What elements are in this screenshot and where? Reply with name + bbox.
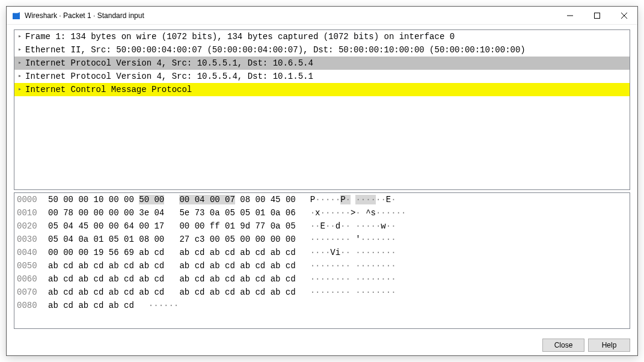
protocol-tree-label: Internet Protocol Version 4, Src: 10.5.5… — [24, 70, 313, 83]
titlebar: Wireshark · Packet 1 · Standard input — [7, 7, 637, 25]
hex-ascii: P·····P· ······E· — [296, 193, 396, 206]
hex-row[interactable]: 000050 00 00 10 00 00 50 00 00 04 00 07 … — [14, 193, 630, 206]
hex-ascii: ·x······>· ^s······ — [296, 206, 406, 219]
close-window-button[interactable] — [610, 7, 637, 24]
hex-row[interactable]: 002005 04 45 00 00 64 00 17 00 00 ff 01 … — [14, 219, 630, 233]
protocol-tree-row[interactable]: ▸Internet Protocol Version 4, Src: 10.5.… — [14, 57, 630, 70]
hex-row[interactable]: 0060ab cd ab cd ab cd ab cd ab cd ab cd … — [14, 272, 630, 286]
help-button[interactable]: Help — [588, 339, 630, 352]
hex-ascii: ··E··d·· ·····w·· — [296, 219, 396, 233]
window-title: Wireshark · Packet 1 · Standard input — [25, 11, 556, 20]
hex-bytes: 50 00 00 10 00 00 50 00 00 04 00 07 08 0… — [48, 193, 296, 206]
wireshark-fin-icon — [11, 11, 21, 20]
chevron-right-icon[interactable]: ▸ — [16, 43, 24, 57]
window-buttons — [556, 7, 637, 24]
hex-offset: 0010 — [17, 206, 48, 219]
hex-offset: 0070 — [17, 286, 48, 299]
protocol-tree-label: Frame 1: 134 bytes on wire (1072 bits), … — [24, 30, 455, 43]
protocol-tree-row[interactable]: ▸Frame 1: 134 bytes on wire (1072 bits),… — [14, 30, 630, 43]
protocol-tree-label: Ethernet II, Src: 50:00:00:04:00:07 (50:… — [24, 43, 526, 57]
hex-offset: 0020 — [17, 219, 48, 233]
protocol-tree-label: Internet Protocol Version 4, Src: 10.5.5… — [24, 57, 313, 70]
hex-offset: 0080 — [17, 299, 48, 312]
hex-bytes: ab cd ab cd ab cd ab cd ab cd ab cd ab c… — [48, 286, 296, 299]
content-area: ▸Frame 1: 134 bytes on wire (1072 bits),… — [7, 25, 637, 335]
hex-ascii: ········ ········ — [296, 272, 396, 286]
hex-bytes: 05 04 0a 01 05 01 08 00 27 c3 00 05 00 0… — [48, 233, 296, 246]
hex-ascii: ········ ········ — [296, 286, 396, 299]
hex-ascii: ········ '······· — [296, 233, 396, 246]
hex-ascii: ····Vi·· ········ — [296, 246, 396, 259]
protocol-tree-row[interactable]: ▸Internet Control Message Protocol — [14, 83, 630, 96]
hex-bytes: 00 00 00 19 56 69 ab cd ab cd ab cd ab c… — [48, 246, 296, 259]
hex-dump-pane[interactable]: 000050 00 00 10 00 00 50 00 00 04 00 07 … — [14, 192, 630, 329]
hex-bytes: ab cd ab cd ab cd — [48, 299, 134, 312]
protocol-tree-pane[interactable]: ▸Frame 1: 134 bytes on wire (1072 bits),… — [14, 29, 630, 190]
hex-row[interactable]: 004000 00 00 19 56 69 ab cd ab cd ab cd … — [14, 246, 630, 259]
protocol-tree-label: Internet Control Message Protocol — [24, 83, 192, 96]
hex-ascii: ······ — [134, 299, 179, 312]
hex-offset: 0050 — [17, 259, 48, 272]
wireshark-packet-window: Wireshark · Packet 1 · Standard input ▸F… — [6, 6, 638, 356]
hex-bytes: ab cd ab cd ab cd ab cd ab cd ab cd ab c… — [48, 272, 296, 286]
hex-row[interactable]: 003005 04 0a 01 05 01 08 00 27 c3 00 05 … — [14, 233, 630, 246]
hex-row[interactable]: 0050ab cd ab cd ab cd ab cd ab cd ab cd … — [14, 259, 630, 272]
protocol-tree-row[interactable]: ▸Internet Protocol Version 4, Src: 10.5.… — [14, 70, 630, 83]
protocol-tree-row[interactable]: ▸Ethernet II, Src: 50:00:00:04:00:07 (50… — [14, 43, 630, 57]
hex-row[interactable]: 0070ab cd ab cd ab cd ab cd ab cd ab cd … — [14, 286, 630, 299]
hex-offset: 0030 — [17, 233, 48, 246]
minimize-button[interactable] — [556, 7, 583, 24]
hex-offset: 0000 — [17, 193, 48, 206]
footer-bar: Close Help — [7, 335, 637, 355]
hex-offset: 0060 — [17, 272, 48, 286]
chevron-right-icon[interactable]: ▸ — [16, 30, 24, 43]
hex-bytes: 00 78 00 00 00 00 3e 04 5e 73 0a 05 05 0… — [48, 206, 296, 219]
maximize-button[interactable] — [583, 7, 610, 24]
chevron-right-icon[interactable]: ▸ — [16, 70, 24, 83]
hex-row[interactable]: 0080ab cd ab cd ab cd······ — [14, 299, 630, 312]
hex-ascii: ········ ········ — [296, 259, 396, 272]
chevron-right-icon[interactable]: ▸ — [16, 83, 24, 96]
hex-bytes: ab cd ab cd ab cd ab cd ab cd ab cd ab c… — [48, 259, 296, 272]
hex-offset: 0040 — [17, 246, 48, 259]
chevron-right-icon[interactable]: ▸ — [16, 57, 24, 70]
svg-rect-1 — [594, 13, 600, 18]
hex-bytes: 05 04 45 00 00 64 00 17 00 00 ff 01 9d 7… — [48, 219, 296, 233]
hex-row[interactable]: 001000 78 00 00 00 00 3e 04 5e 73 0a 05 … — [14, 206, 630, 219]
close-button[interactable]: Close — [542, 339, 584, 352]
